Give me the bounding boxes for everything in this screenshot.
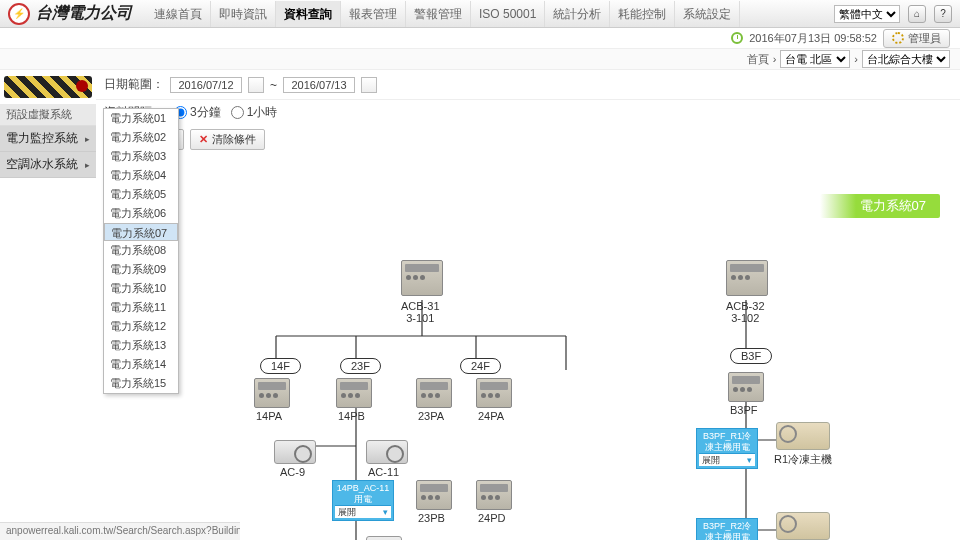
panel-acb32[interactable] xyxy=(726,260,768,296)
node-b3f[interactable]: B3F xyxy=(730,348,772,364)
sidebar-item-hvac[interactable]: 空調冰水系統▸ xyxy=(0,152,96,178)
label-14pb: 14PB xyxy=(338,410,365,422)
tag-b3pf-r2[interactable]: B3PF_R2冷凍主機用電展開▾ xyxy=(696,518,758,540)
clock-icon xyxy=(731,32,743,44)
label-ac9: AC-9 xyxy=(280,466,305,478)
panel-b3pf[interactable] xyxy=(728,372,764,402)
crumb-home[interactable]: 首頁 xyxy=(747,52,769,67)
label-acb31: ACB-313-101 xyxy=(401,300,440,324)
unit-r2-chiller[interactable] xyxy=(776,512,830,540)
unit-ac9[interactable] xyxy=(274,440,316,464)
home-icon[interactable]: ⌂ xyxy=(908,5,926,23)
node-23f[interactable]: 23F xyxy=(340,358,381,374)
label-24pa: 24PA xyxy=(478,410,504,422)
interval-3min-radio[interactable]: 3分鐘 xyxy=(174,104,221,121)
label-14pa: 14PA xyxy=(256,410,282,422)
sidebar-item-power[interactable]: 電力監控系統▸ xyxy=(0,126,96,152)
breadcrumb: 首頁 › 台電 北區 › 台北綜合大樓 xyxy=(0,48,960,70)
menu-item[interactable]: 資料查詢 xyxy=(276,1,341,27)
menu-item[interactable]: 系統設定 xyxy=(675,1,740,27)
chevron-down-icon: ▾ xyxy=(747,455,752,466)
admin-button[interactable]: 管理員 xyxy=(883,29,950,48)
status-bar: anpowerreal.kali.com.tw/Search/Search.as… xyxy=(0,522,240,540)
building-select[interactable]: 台北綜合大樓 xyxy=(862,50,950,68)
dropdown-item[interactable]: 電力系統04 xyxy=(104,166,178,185)
sidebar: 預設虛擬系統 電力監控系統▸ 空調冰水系統▸ xyxy=(0,70,96,540)
chevron-right-icon: ▸ xyxy=(85,160,90,170)
main-menu: 連線首頁即時資訊資料查詢報表管理警報管理ISO 50001統計分析耗能控制系統設… xyxy=(146,1,740,27)
date-filter-row: 日期範圍： 2016/07/12 ~ 2016/07/13 xyxy=(96,70,960,100)
date-from-input[interactable]: 2016/07/12 xyxy=(170,77,242,93)
top-bar: ⚡ 台灣電力公司 連線首頁即時資訊資料查詢報表管理警報管理ISO 50001統計… xyxy=(0,0,960,28)
unit-rf11[interactable] xyxy=(366,536,402,540)
dropdown-item[interactable]: 電力系統09 xyxy=(104,260,178,279)
region-select[interactable]: 台電 北區 xyxy=(780,50,850,68)
label-acb32: ACB-323-102 xyxy=(726,300,765,324)
label-23pa: 23PA xyxy=(418,410,444,422)
menu-item[interactable]: 即時資訊 xyxy=(211,1,276,27)
menu-item[interactable]: 耗能控制 xyxy=(610,1,675,27)
interval-filter-row: 資料間隔： 3分鐘 1小時 xyxy=(96,100,960,125)
calendar-icon[interactable] xyxy=(248,77,264,93)
date-to-input[interactable]: 2016/07/13 xyxy=(283,77,355,93)
help-icon[interactable]: ? xyxy=(934,5,952,23)
panel-24pa[interactable] xyxy=(476,378,512,408)
dropdown-item[interactable]: 電力系統02 xyxy=(104,128,178,147)
panel-23pb[interactable] xyxy=(416,480,452,510)
dropdown-item[interactable]: 電力系統15 xyxy=(104,374,178,393)
node-14f[interactable]: 14F xyxy=(260,358,301,374)
label-ac11: AC-11 xyxy=(368,466,399,478)
sub-bar: 2016年07月13日 09:58:52 管理員 xyxy=(0,28,960,48)
node-24f[interactable]: 24F xyxy=(460,358,501,374)
wiring-lines xyxy=(216,230,950,540)
menu-item[interactable]: 警報管理 xyxy=(406,1,471,27)
dropdown-item[interactable]: 電力系統13 xyxy=(104,336,178,355)
chevron-down-icon: ▾ xyxy=(383,507,388,518)
dropdown-item[interactable]: 電力系統05 xyxy=(104,185,178,204)
dropdown-item[interactable]: 電力系統08 xyxy=(104,241,178,260)
company-name: 台灣電力公司 xyxy=(36,3,132,24)
alarm-strip-icon[interactable] xyxy=(4,76,92,98)
panel-24pd[interactable] xyxy=(476,480,512,510)
label-r1: R1冷凍主機 xyxy=(774,452,832,467)
content-area: 日期範圍： 2016/07/12 ~ 2016/07/13 資料間隔： 3分鐘 … xyxy=(96,70,960,540)
menu-item[interactable]: 報表管理 xyxy=(341,1,406,27)
unit-r1-chiller[interactable] xyxy=(776,422,830,450)
date-label: 日期範圍： xyxy=(104,76,164,93)
label-b3pf: B3PF xyxy=(730,404,758,416)
close-icon: ✕ xyxy=(199,133,208,146)
system-dropdown[interactable]: 電力系統01電力系統02電力系統03電力系統04電力系統05電力系統06電力系統… xyxy=(103,108,179,394)
button-row: 🔍繪製圖表 ✕清除條件 xyxy=(96,125,960,154)
dropdown-item[interactable]: 電力系統03 xyxy=(104,147,178,166)
gear-icon xyxy=(892,32,904,44)
chevron-right-icon: ▸ xyxy=(85,134,90,144)
dropdown-item[interactable]: 電力系統12 xyxy=(104,317,178,336)
tag-b3pf-r1[interactable]: B3PF_R1冷凍主機用電展開▾ xyxy=(696,428,758,469)
dropdown-item[interactable]: 電力系統01 xyxy=(104,109,178,128)
timestamp: 2016年07月13日 09:58:52 xyxy=(749,31,877,46)
panel-23pa[interactable] xyxy=(416,378,452,408)
label-24pd: 24PD xyxy=(478,512,506,524)
dropdown-item[interactable]: 電力系統11 xyxy=(104,298,178,317)
menu-item[interactable]: ISO 50001 xyxy=(471,1,545,27)
menu-item[interactable]: 連線首頁 xyxy=(146,1,211,27)
menu-item[interactable]: 統計分析 xyxy=(545,1,610,27)
panel-acb31[interactable] xyxy=(401,260,443,296)
tag-14pb-ac11[interactable]: 14PB_AC-11用電展開▾ xyxy=(332,480,394,521)
language-select[interactable]: 繁體中文 xyxy=(834,5,900,23)
dropdown-item[interactable]: 電力系統14 xyxy=(104,355,178,374)
unit-ac11[interactable] xyxy=(366,440,408,464)
dropdown-item[interactable]: 電力系統06 xyxy=(104,204,178,223)
calendar-icon[interactable] xyxy=(361,77,377,93)
dropdown-item[interactable]: 電力系統10 xyxy=(104,279,178,298)
panel-14pb[interactable] xyxy=(336,378,372,408)
interval-1hr-radio[interactable]: 1小時 xyxy=(231,104,278,121)
system-banner: 電力系統07 xyxy=(820,194,940,218)
label-23pb: 23PB xyxy=(418,512,445,524)
clear-filter-button[interactable]: ✕清除條件 xyxy=(190,129,265,150)
panel-14pa[interactable] xyxy=(254,378,290,408)
sidebar-category: 預設虛擬系統 xyxy=(0,104,96,126)
logo-icon: ⚡ xyxy=(8,3,30,25)
power-diagram: ACB-313-101 ACB-323-102 14F 23F 24F B3F … xyxy=(216,230,950,540)
dropdown-item[interactable]: 電力系統07 xyxy=(104,223,178,241)
